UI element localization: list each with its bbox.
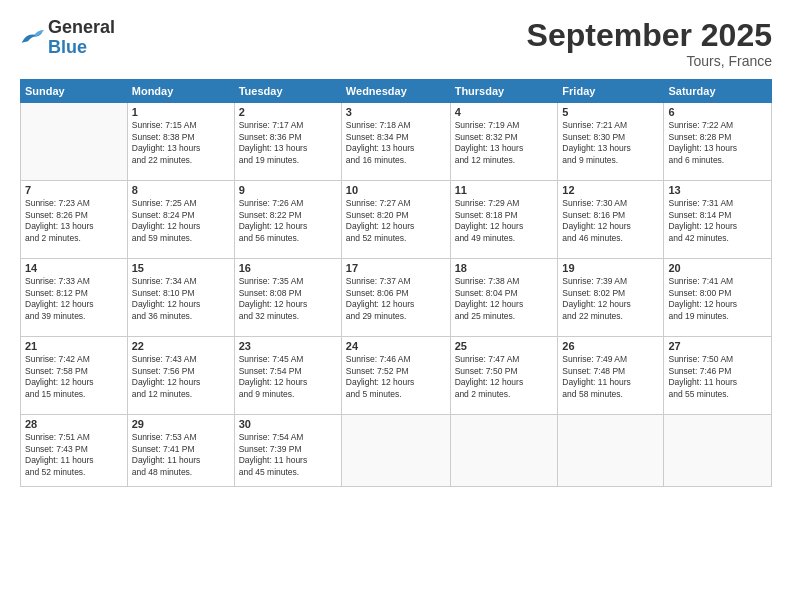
day-info: Sunrise: 7:30 AM Sunset: 8:16 PM Dayligh… [562, 198, 659, 244]
day-number: 12 [562, 184, 659, 196]
day-number: 28 [25, 418, 123, 430]
day-number: 7 [25, 184, 123, 196]
calendar-week-row: 28Sunrise: 7:51 AM Sunset: 7:43 PM Dayli… [21, 415, 772, 487]
day-info: Sunrise: 7:17 AM Sunset: 8:36 PM Dayligh… [239, 120, 337, 166]
day-info: Sunrise: 7:51 AM Sunset: 7:43 PM Dayligh… [25, 432, 123, 478]
day-info: Sunrise: 7:18 AM Sunset: 8:34 PM Dayligh… [346, 120, 446, 166]
col-wednesday: Wednesday [341, 80, 450, 103]
table-row: 21Sunrise: 7:42 AM Sunset: 7:58 PM Dayli… [21, 337, 128, 415]
table-row: 26Sunrise: 7:49 AM Sunset: 7:48 PM Dayli… [558, 337, 664, 415]
calendar-header-row: Sunday Monday Tuesday Wednesday Thursday… [21, 80, 772, 103]
day-number: 8 [132, 184, 230, 196]
day-info: Sunrise: 7:53 AM Sunset: 7:41 PM Dayligh… [132, 432, 230, 478]
day-number: 25 [455, 340, 554, 352]
table-row: 3Sunrise: 7:18 AM Sunset: 8:34 PM Daylig… [341, 103, 450, 181]
day-info: Sunrise: 7:49 AM Sunset: 7:48 PM Dayligh… [562, 354, 659, 400]
day-info: Sunrise: 7:42 AM Sunset: 7:58 PM Dayligh… [25, 354, 123, 400]
col-sunday: Sunday [21, 80, 128, 103]
table-row: 24Sunrise: 7:46 AM Sunset: 7:52 PM Dayli… [341, 337, 450, 415]
table-row: 16Sunrise: 7:35 AM Sunset: 8:08 PM Dayli… [234, 259, 341, 337]
table-row: 23Sunrise: 7:45 AM Sunset: 7:54 PM Dayli… [234, 337, 341, 415]
table-row: 5Sunrise: 7:21 AM Sunset: 8:30 PM Daylig… [558, 103, 664, 181]
day-number: 2 [239, 106, 337, 118]
table-row: 1Sunrise: 7:15 AM Sunset: 8:38 PM Daylig… [127, 103, 234, 181]
day-number: 6 [668, 106, 767, 118]
table-row [21, 103, 128, 181]
table-row: 15Sunrise: 7:34 AM Sunset: 8:10 PM Dayli… [127, 259, 234, 337]
day-number: 9 [239, 184, 337, 196]
col-saturday: Saturday [664, 80, 772, 103]
day-number: 14 [25, 262, 123, 274]
table-row: 30Sunrise: 7:54 AM Sunset: 7:39 PM Dayli… [234, 415, 341, 487]
table-row: 9Sunrise: 7:26 AM Sunset: 8:22 PM Daylig… [234, 181, 341, 259]
page: General Blue September 2025 Tours, Franc… [0, 0, 792, 612]
table-row: 6Sunrise: 7:22 AM Sunset: 8:28 PM Daylig… [664, 103, 772, 181]
table-row [558, 415, 664, 487]
day-number: 17 [346, 262, 446, 274]
calendar-week-row: 21Sunrise: 7:42 AM Sunset: 7:58 PM Dayli… [21, 337, 772, 415]
day-info: Sunrise: 7:25 AM Sunset: 8:24 PM Dayligh… [132, 198, 230, 244]
table-row [664, 415, 772, 487]
day-number: 21 [25, 340, 123, 352]
day-info: Sunrise: 7:26 AM Sunset: 8:22 PM Dayligh… [239, 198, 337, 244]
table-row: 14Sunrise: 7:33 AM Sunset: 8:12 PM Dayli… [21, 259, 128, 337]
day-info: Sunrise: 7:23 AM Sunset: 8:26 PM Dayligh… [25, 198, 123, 244]
day-number: 5 [562, 106, 659, 118]
day-info: Sunrise: 7:35 AM Sunset: 8:08 PM Dayligh… [239, 276, 337, 322]
col-tuesday: Tuesday [234, 80, 341, 103]
table-row: 19Sunrise: 7:39 AM Sunset: 8:02 PM Dayli… [558, 259, 664, 337]
logo: General Blue [20, 18, 115, 58]
table-row: 22Sunrise: 7:43 AM Sunset: 7:56 PM Dayli… [127, 337, 234, 415]
day-number: 19 [562, 262, 659, 274]
day-info: Sunrise: 7:54 AM Sunset: 7:39 PM Dayligh… [239, 432, 337, 478]
day-info: Sunrise: 7:45 AM Sunset: 7:54 PM Dayligh… [239, 354, 337, 400]
day-number: 27 [668, 340, 767, 352]
table-row: 7Sunrise: 7:23 AM Sunset: 8:26 PM Daylig… [21, 181, 128, 259]
day-info: Sunrise: 7:38 AM Sunset: 8:04 PM Dayligh… [455, 276, 554, 322]
calendar-title: September 2025 [527, 18, 772, 53]
day-number: 26 [562, 340, 659, 352]
day-info: Sunrise: 7:27 AM Sunset: 8:20 PM Dayligh… [346, 198, 446, 244]
day-info: Sunrise: 7:41 AM Sunset: 8:00 PM Dayligh… [668, 276, 767, 322]
calendar-week-row: 14Sunrise: 7:33 AM Sunset: 8:12 PM Dayli… [21, 259, 772, 337]
col-monday: Monday [127, 80, 234, 103]
table-row: 20Sunrise: 7:41 AM Sunset: 8:00 PM Dayli… [664, 259, 772, 337]
day-number: 16 [239, 262, 337, 274]
table-row [450, 415, 558, 487]
table-row: 28Sunrise: 7:51 AM Sunset: 7:43 PM Dayli… [21, 415, 128, 487]
day-number: 24 [346, 340, 446, 352]
table-row: 4Sunrise: 7:19 AM Sunset: 8:32 PM Daylig… [450, 103, 558, 181]
day-number: 18 [455, 262, 554, 274]
calendar-week-row: 1Sunrise: 7:15 AM Sunset: 8:38 PM Daylig… [21, 103, 772, 181]
table-row: 13Sunrise: 7:31 AM Sunset: 8:14 PM Dayli… [664, 181, 772, 259]
day-info: Sunrise: 7:33 AM Sunset: 8:12 PM Dayligh… [25, 276, 123, 322]
day-info: Sunrise: 7:19 AM Sunset: 8:32 PM Dayligh… [455, 120, 554, 166]
day-number: 1 [132, 106, 230, 118]
day-number: 22 [132, 340, 230, 352]
day-info: Sunrise: 7:15 AM Sunset: 8:38 PM Dayligh… [132, 120, 230, 166]
day-number: 13 [668, 184, 767, 196]
table-row: 11Sunrise: 7:29 AM Sunset: 8:18 PM Dayli… [450, 181, 558, 259]
day-info: Sunrise: 7:39 AM Sunset: 8:02 PM Dayligh… [562, 276, 659, 322]
table-row [341, 415, 450, 487]
day-number: 20 [668, 262, 767, 274]
day-info: Sunrise: 7:50 AM Sunset: 7:46 PM Dayligh… [668, 354, 767, 400]
day-info: Sunrise: 7:21 AM Sunset: 8:30 PM Dayligh… [562, 120, 659, 166]
day-number: 15 [132, 262, 230, 274]
calendar-table: Sunday Monday Tuesday Wednesday Thursday… [20, 79, 772, 487]
day-info: Sunrise: 7:29 AM Sunset: 8:18 PM Dayligh… [455, 198, 554, 244]
table-row: 27Sunrise: 7:50 AM Sunset: 7:46 PM Dayli… [664, 337, 772, 415]
table-row: 17Sunrise: 7:37 AM Sunset: 8:06 PM Dayli… [341, 259, 450, 337]
title-block: September 2025 Tours, France [527, 18, 772, 69]
col-friday: Friday [558, 80, 664, 103]
day-info: Sunrise: 7:43 AM Sunset: 7:56 PM Dayligh… [132, 354, 230, 400]
day-info: Sunrise: 7:31 AM Sunset: 8:14 PM Dayligh… [668, 198, 767, 244]
header: General Blue September 2025 Tours, Franc… [20, 18, 772, 69]
table-row: 2Sunrise: 7:17 AM Sunset: 8:36 PM Daylig… [234, 103, 341, 181]
table-row: 8Sunrise: 7:25 AM Sunset: 8:24 PM Daylig… [127, 181, 234, 259]
day-number: 11 [455, 184, 554, 196]
day-number: 4 [455, 106, 554, 118]
day-info: Sunrise: 7:47 AM Sunset: 7:50 PM Dayligh… [455, 354, 554, 400]
logo-bird-icon [20, 28, 44, 48]
logo-text: General Blue [48, 17, 115, 57]
